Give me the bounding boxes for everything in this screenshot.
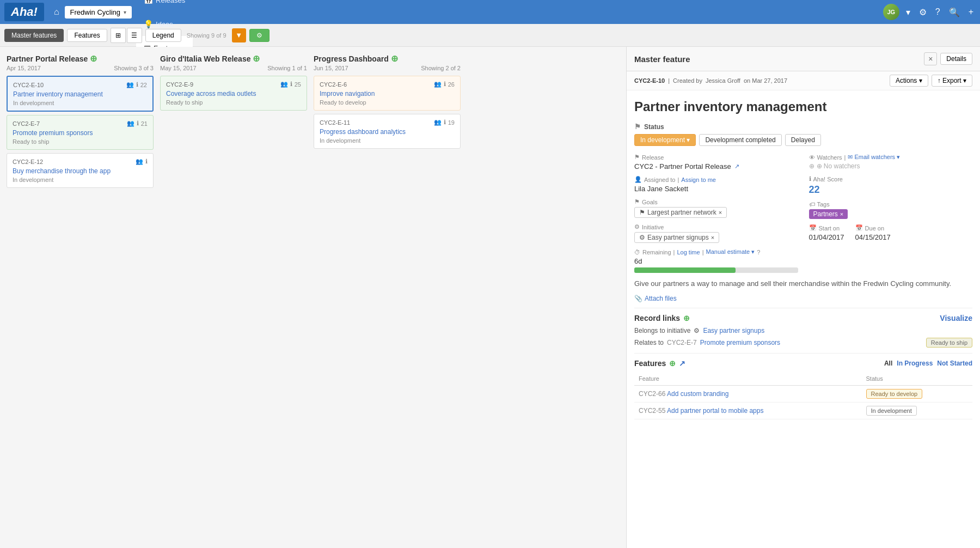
feat-title[interactable]: Add partner portal to mobile apps bbox=[667, 407, 763, 415]
tag-label: Partners bbox=[813, 210, 838, 218]
feature-id: CYC2-E-10 bbox=[634, 77, 665, 84]
promote-premium-sponsors-link[interactable]: Promote premium sponsors bbox=[700, 339, 780, 346]
manual-estimate-link[interactable]: Manual estimate ▾ bbox=[706, 248, 755, 255]
release-title: Partner Portal Release ⊕ bbox=[7, 53, 154, 64]
log-time-link[interactable]: Log time bbox=[677, 249, 700, 255]
feature-card[interactable]: CYC2-E-10 👥 ℹ 22 Partner inventory manag… bbox=[7, 76, 154, 112]
goal-chip[interactable]: ⚑ Largest partner network × bbox=[634, 207, 727, 218]
filter-button[interactable]: ▼ bbox=[232, 28, 246, 42]
filter-all[interactable]: All bbox=[884, 360, 892, 367]
settings-icon[interactable]: ⚙ bbox=[917, 5, 929, 20]
add-icon[interactable]: + bbox=[966, 5, 976, 19]
initiative-icon-link: ⚙ bbox=[694, 327, 700, 334]
status-dev-completed[interactable]: Development completed bbox=[699, 134, 781, 146]
feature-card[interactable]: CYC2-E-6 👥 ℹ 26 Improve navigation Ready… bbox=[314, 76, 461, 111]
add-feature-icon[interactable]: ⊕ bbox=[669, 359, 676, 368]
feature-card[interactable]: CYC2-E-7 👥 ℹ 21 Promote premium sponsors… bbox=[7, 115, 154, 150]
external-link-icon[interactable]: ↗ bbox=[734, 163, 739, 170]
assign-me-link[interactable]: Assign to me bbox=[681, 176, 716, 183]
release-date: Jun 15, 2017 bbox=[314, 65, 348, 71]
external-feature-icon[interactable]: ↗ bbox=[679, 359, 685, 368]
filter-in-progress[interactable]: In Progress bbox=[897, 360, 933, 367]
chevron-down-icon[interactable]: ▾ bbox=[904, 5, 912, 20]
email-watchers-link[interactable]: ✉ Email watchers ▾ bbox=[848, 154, 900, 161]
actions-button[interactable]: Actions ▾ bbox=[890, 75, 928, 87]
card-title[interactable]: Partner inventory management bbox=[13, 90, 147, 98]
nav-item-releases[interactable]: 📅Releases bbox=[136, 0, 193, 12]
details-button[interactable]: Details bbox=[940, 53, 972, 65]
feature-card[interactable]: CYC2-E-12 👥 ℹ Buy merchandise through th… bbox=[7, 153, 154, 188]
add-to-release-button[interactable]: ⊕ bbox=[253, 53, 260, 64]
workspace-selector[interactable]: Fredwin Cycling ▾ bbox=[65, 6, 132, 19]
detail-body: Partner inventory management ⚑ Status In… bbox=[627, 90, 980, 548]
card-status: Ready to ship bbox=[166, 99, 301, 106]
info-icon: ℹ bbox=[137, 120, 139, 127]
remove-tag-icon[interactable]: × bbox=[840, 211, 843, 217]
goal-label: Largest partner network bbox=[647, 209, 716, 216]
features-tab[interactable]: Features bbox=[67, 29, 107, 42]
card-icons: 👥 ℹ 19 bbox=[434, 119, 455, 126]
attach-files-row[interactable]: 📎 Attach files bbox=[634, 295, 972, 302]
release-header: Partner Portal Release ⊕ Apr 15, 2017 Sh… bbox=[7, 53, 154, 71]
help-icon[interactable]: ? bbox=[933, 5, 942, 19]
watchers-label: Watchers bbox=[817, 154, 842, 161]
legend-button[interactable]: Legend bbox=[145, 29, 181, 42]
feature-card[interactable]: CYC2-E-11 👥 ℹ 19 Progress dashboard anal… bbox=[314, 114, 461, 149]
status-delayed[interactable]: Delayed bbox=[785, 134, 821, 146]
grid-view-button[interactable]: ⊞ bbox=[111, 28, 126, 43]
card-score: 19 bbox=[448, 119, 455, 126]
status-in-development[interactable]: In development ▾ bbox=[634, 134, 696, 146]
card-status: Ready to develop bbox=[320, 99, 455, 106]
visualize-link[interactable]: Visualize bbox=[940, 314, 972, 322]
release-title: Giro d'Italia Web Release ⊕ bbox=[160, 53, 307, 64]
card-score: 25 bbox=[295, 81, 301, 88]
feat-status-cell: Ready to develop bbox=[862, 385, 972, 402]
due-on-value[interactable]: 04/15/2017 bbox=[855, 233, 891, 241]
search-icon[interactable]: 🔍 bbox=[947, 5, 962, 20]
release-meta: May 15, 2017 Showing 1 of 1 bbox=[160, 65, 307, 71]
home-button[interactable]: ⌂ bbox=[48, 7, 65, 17]
release-column: Progress Dashboard ⊕ Jun 15, 2017 Showin… bbox=[314, 53, 461, 541]
close-button[interactable]: × bbox=[924, 52, 937, 65]
card-title[interactable]: Coverage across media outlets bbox=[166, 90, 301, 98]
add-to-release-button[interactable]: ⊕ bbox=[90, 53, 97, 64]
export-button[interactable]: ↑ Export ▾ bbox=[932, 75, 972, 87]
divider-1 bbox=[634, 308, 972, 308]
release-header: Giro d'Italia Web Release ⊕ May 15, 2017… bbox=[160, 53, 307, 71]
meta-separator: | bbox=[668, 77, 670, 84]
feat-status-badge: In development bbox=[866, 406, 917, 416]
aha-logo[interactable]: Aha! bbox=[4, 3, 44, 21]
info-icon: ℹ bbox=[444, 119, 446, 126]
feature-card[interactable]: CYC2-E-9 👥 ℹ 25 Coverage across media ou… bbox=[160, 76, 307, 111]
card-title[interactable]: Buy merchandise through the app bbox=[13, 167, 148, 175]
feat-status-badge: Ready to develop bbox=[866, 389, 923, 399]
initiative-chip[interactable]: ⚙ Easy partner signups × bbox=[634, 232, 719, 243]
feat-title[interactable]: Add custom branding bbox=[667, 390, 728, 398]
master-features-tab[interactable]: Master features bbox=[4, 29, 64, 42]
add-record-link-icon[interactable]: ⊕ bbox=[683, 314, 690, 322]
features-filter-links: All In Progress Not Started bbox=[884, 360, 972, 367]
assigned-icon: 👤 bbox=[634, 176, 642, 183]
card-score: 22 bbox=[140, 82, 147, 88]
release-title-text: Giro d'Italia Web Release bbox=[160, 54, 250, 63]
user-avatar[interactable]: JG bbox=[883, 4, 899, 20]
filter-not-started[interactable]: Not Started bbox=[937, 360, 972, 367]
status-col-header: Status bbox=[862, 372, 972, 386]
initiative-label: Initiative bbox=[642, 224, 664, 230]
remove-initiative-icon[interactable]: × bbox=[711, 234, 714, 241]
paperclip-icon: 📎 bbox=[634, 295, 642, 302]
card-title[interactable]: Progress dashboard analytics bbox=[320, 128, 455, 136]
add-to-release-button[interactable]: ⊕ bbox=[391, 53, 398, 64]
settings-button[interactable]: ⚙ bbox=[249, 29, 270, 42]
attach-label: Attach files bbox=[645, 295, 677, 302]
easy-partner-signups-link[interactable]: Easy partner signups bbox=[703, 327, 764, 334]
list-view-button[interactable]: ☰ bbox=[127, 28, 142, 43]
card-title[interactable]: Improve navigation bbox=[320, 90, 455, 98]
tags-label: Tags bbox=[817, 201, 830, 208]
feat-status-cell: In development bbox=[862, 402, 972, 419]
remove-goal-icon[interactable]: × bbox=[719, 209, 722, 216]
start-on-value[interactable]: 01/04/2017 bbox=[809, 233, 844, 241]
card-title[interactable]: Promote premium sponsors bbox=[13, 129, 148, 137]
tag-chip-partners[interactable]: Partners × bbox=[809, 209, 848, 219]
people-icon: 👥 bbox=[434, 119, 442, 126]
